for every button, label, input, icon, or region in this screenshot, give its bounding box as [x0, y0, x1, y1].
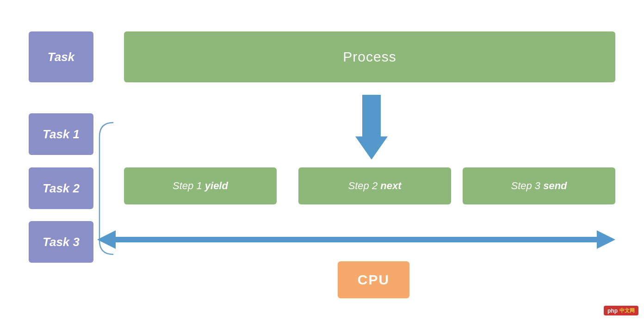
step2-bold: next	[380, 180, 401, 191]
svg-marker-2	[97, 230, 116, 249]
svg-marker-0	[355, 95, 388, 160]
down-arrow-svg	[355, 95, 388, 160]
svg-rect-1	[111, 237, 601, 242]
task3-label: Task 3	[43, 235, 80, 249]
diagram: Task Process Task 1 Task 2 Task 3 Step 1…	[0, 0, 644, 321]
task2-label: Task 2	[43, 181, 80, 196]
cn-text: 中文网	[619, 307, 635, 314]
task-label-box: Task	[29, 31, 93, 82]
step3-box: Step 3 send	[463, 167, 615, 204]
task1-box: Task 1	[29, 113, 93, 155]
step1-bold: yield	[205, 180, 228, 191]
step2-plain: Step 2	[348, 180, 381, 191]
horizontal-arrow-svg	[97, 230, 615, 249]
process-box: Process	[124, 31, 615, 82]
step1-plain: Step 1	[173, 180, 205, 191]
svg-marker-3	[597, 230, 615, 249]
process-label: Process	[343, 49, 396, 65]
php-text: php	[607, 308, 618, 314]
step2-box: Step 2 next	[298, 167, 451, 204]
step1-box: Step 1 yield	[124, 167, 277, 204]
task3-box: Task 3	[29, 221, 93, 263]
cpu-label: CPU	[358, 272, 390, 288]
task2-box: Task 2	[29, 167, 93, 209]
step3-bold: send	[543, 180, 567, 191]
cpu-box: CPU	[338, 261, 409, 298]
step3-plain: Step 3	[511, 180, 543, 191]
task-label: Task	[48, 50, 74, 64]
task1-label: Task 1	[43, 127, 80, 142]
php-logo: php 中文网	[604, 306, 638, 315]
